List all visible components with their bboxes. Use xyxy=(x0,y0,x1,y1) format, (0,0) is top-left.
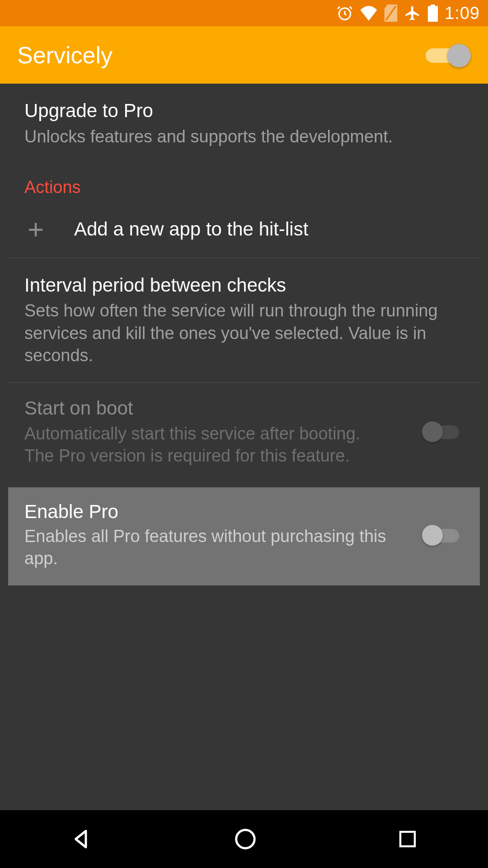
airplane-icon xyxy=(404,5,421,22)
recents-button[interactable] xyxy=(397,828,418,850)
item-subtitle: Enables all Pro features without purchas… xyxy=(24,525,414,570)
enable-pro-item[interactable]: Enable Pro Enables all Pro features with… xyxy=(8,487,480,585)
item-subtitle: Unlocks features and supports the develo… xyxy=(24,126,464,148)
navigation-bar xyxy=(0,810,488,868)
back-button[interactable] xyxy=(70,827,94,851)
upgrade-pro-item[interactable]: Upgrade to Pro Unlocks features and supp… xyxy=(0,84,488,163)
app-title: Servicely xyxy=(17,42,113,69)
start-on-boot-toggle xyxy=(422,420,464,443)
master-toggle[interactable] xyxy=(426,42,471,68)
interval-item[interactable]: Interval period between checks Sets how … xyxy=(0,258,488,382)
enable-pro-toggle[interactable] xyxy=(422,524,464,547)
status-time: 1:09 xyxy=(445,4,480,23)
start-on-boot-item: Start on boot Automatically start this s… xyxy=(0,383,488,481)
wifi-icon xyxy=(360,5,378,21)
screen: 1:09 Servicely Upgrade to Pro Unlocks fe… xyxy=(0,0,488,868)
item-subtitle: Automatically start this service after b… xyxy=(24,423,414,467)
item-title: Start on boot xyxy=(24,396,414,420)
sim-icon xyxy=(384,5,398,22)
item-title: Interval period between checks xyxy=(24,274,464,297)
item-subtitle: Sets how often the service will run thro… xyxy=(24,300,464,367)
alarm-icon xyxy=(336,5,353,22)
item-title: Enable Pro xyxy=(24,501,414,523)
app-bar: Servicely xyxy=(0,26,488,84)
settings-list[interactable]: Upgrade to Pro Unlocks features and supp… xyxy=(0,84,488,810)
section-hitlist: Applications hit-list xyxy=(0,585,488,611)
add-app-row[interactable]: + Add a new app to the hit-list xyxy=(0,206,488,258)
svg-rect-2 xyxy=(400,832,415,846)
battery-icon xyxy=(427,5,438,22)
status-bar: 1:09 xyxy=(0,0,488,26)
plus-icon: + xyxy=(24,215,47,243)
home-button[interactable] xyxy=(233,827,258,851)
item-title: Upgrade to Pro xyxy=(24,99,464,123)
svg-point-1 xyxy=(236,830,255,849)
add-app-label: Add a new app to the hit-list xyxy=(74,218,308,240)
section-actions: Actions xyxy=(0,163,488,206)
